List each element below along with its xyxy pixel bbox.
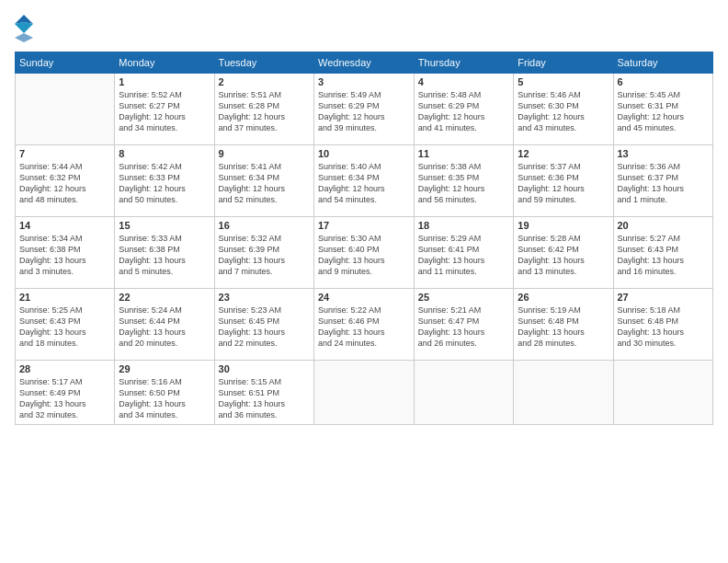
header [15,15,713,42]
day-number: 4 [418,76,510,87]
day-number: 30 [219,363,310,374]
day-info: Sunrise: 5:18 AM Sunset: 6:48 PM Dayligh… [618,304,710,350]
calendar-cell: 15Sunrise: 5:33 AM Sunset: 6:38 PM Dayli… [115,217,214,289]
day-number: 8 [119,148,210,159]
day-number: 21 [19,292,110,303]
day-info: Sunrise: 5:23 AM Sunset: 6:45 PM Dayligh… [219,304,310,350]
day-number: 15 [119,220,210,231]
calendar-cell: 27Sunrise: 5:18 AM Sunset: 6:48 PM Dayli… [613,289,713,361]
day-info: Sunrise: 5:46 AM Sunset: 6:30 PM Dayligh… [518,89,609,134]
calendar-cell: 20Sunrise: 5:27 AM Sunset: 6:43 PM Dayli… [613,217,713,289]
day-info: Sunrise: 5:21 AM Sunset: 6:47 PM Dayligh… [418,304,510,350]
calendar-cell: 16Sunrise: 5:32 AM Sunset: 6:39 PM Dayli… [214,217,313,289]
calendar-cell: 23Sunrise: 5:23 AM Sunset: 6:45 PM Dayli… [214,289,313,361]
svg-marker-1 [15,22,33,33]
calendar-week-2: 7Sunrise: 5:44 AM Sunset: 6:32 PM Daylig… [16,145,713,217]
day-info: Sunrise: 5:40 AM Sunset: 6:34 PM Dayligh… [318,161,410,206]
day-info: Sunrise: 5:41 AM Sunset: 6:34 PM Dayligh… [219,161,310,206]
day-info: Sunrise: 5:16 AM Sunset: 6:50 PM Dayligh… [119,376,210,421]
day-number: 11 [418,148,510,159]
calendar-cell: 7Sunrise: 5:44 AM Sunset: 6:32 PM Daylig… [16,145,115,217]
day-info: Sunrise: 5:45 AM Sunset: 6:31 PM Dayligh… [618,89,710,134]
day-number: 9 [219,148,310,159]
day-number: 28 [19,363,110,374]
svg-marker-2 [15,33,33,42]
day-number: 26 [518,292,609,303]
day-info: Sunrise: 5:36 AM Sunset: 6:37 PM Dayligh… [618,161,710,206]
day-info: Sunrise: 5:32 AM Sunset: 6:39 PM Dayligh… [219,233,310,278]
day-info: Sunrise: 5:28 AM Sunset: 6:42 PM Dayligh… [518,233,609,278]
calendar-cell [514,361,613,425]
calendar-cell: 6Sunrise: 5:45 AM Sunset: 6:31 PM Daylig… [613,74,713,145]
calendar-cell: 3Sunrise: 5:49 AM Sunset: 6:29 PM Daylig… [313,74,414,145]
day-info: Sunrise: 5:30 AM Sunset: 6:40 PM Dayligh… [318,233,410,278]
weekday-header-saturday: Saturday [613,52,713,74]
weekday-header-tuesday: Tuesday [214,52,313,74]
day-info: Sunrise: 5:27 AM Sunset: 6:43 PM Dayligh… [618,233,710,278]
calendar-cell: 1Sunrise: 5:52 AM Sunset: 6:27 PM Daylig… [115,74,214,145]
day-number: 5 [518,76,609,87]
day-number: 3 [318,76,410,87]
weekday-header-wednesday: Wednesday [313,52,414,74]
weekday-header-monday: Monday [115,52,214,74]
day-number: 6 [618,76,710,87]
day-number: 27 [618,292,710,303]
weekday-header-row: SundayMondayTuesdayWednesdayThursdayFrid… [16,52,713,74]
day-info: Sunrise: 5:15 AM Sunset: 6:51 PM Dayligh… [219,376,310,421]
day-info: Sunrise: 5:19 AM Sunset: 6:48 PM Dayligh… [518,304,609,350]
day-number: 7 [19,148,110,159]
calendar-cell: 30Sunrise: 5:15 AM Sunset: 6:51 PM Dayli… [214,361,313,425]
calendar-cell: 14Sunrise: 5:34 AM Sunset: 6:38 PM Dayli… [16,217,115,289]
calendar-cell: 28Sunrise: 5:17 AM Sunset: 6:49 PM Dayli… [16,361,115,425]
weekday-header-thursday: Thursday [414,52,514,74]
calendar-cell [613,361,713,425]
weekday-header-sunday: Sunday [16,52,115,74]
calendar-cell: 4Sunrise: 5:48 AM Sunset: 6:29 PM Daylig… [414,74,514,145]
calendar-cell: 25Sunrise: 5:21 AM Sunset: 6:47 PM Dayli… [414,289,514,361]
calendar-cell: 19Sunrise: 5:28 AM Sunset: 6:42 PM Dayli… [514,217,613,289]
day-info: Sunrise: 5:44 AM Sunset: 6:32 PM Dayligh… [19,161,110,206]
day-number: 1 [119,76,210,87]
day-info: Sunrise: 5:42 AM Sunset: 6:33 PM Dayligh… [119,161,210,206]
calendar-week-4: 21Sunrise: 5:25 AM Sunset: 6:43 PM Dayli… [16,289,713,361]
calendar-cell: 22Sunrise: 5:24 AM Sunset: 6:44 PM Dayli… [115,289,214,361]
day-info: Sunrise: 5:24 AM Sunset: 6:44 PM Dayligh… [119,304,210,350]
day-info: Sunrise: 5:25 AM Sunset: 6:43 PM Dayligh… [19,304,110,350]
day-info: Sunrise: 5:38 AM Sunset: 6:35 PM Dayligh… [418,161,510,206]
day-info: Sunrise: 5:51 AM Sunset: 6:28 PM Dayligh… [219,89,310,134]
day-info: Sunrise: 5:33 AM Sunset: 6:38 PM Dayligh… [119,233,210,278]
day-info: Sunrise: 5:22 AM Sunset: 6:46 PM Dayligh… [318,304,410,350]
day-number: 2 [219,76,310,87]
page: SundayMondayTuesdayWednesdayThursdayFrid… [0,0,728,563]
calendar-cell: 18Sunrise: 5:29 AM Sunset: 6:41 PM Dayli… [414,217,514,289]
calendar-week-5: 28Sunrise: 5:17 AM Sunset: 6:49 PM Dayli… [16,361,713,425]
day-number: 18 [418,220,510,231]
calendar-cell: 24Sunrise: 5:22 AM Sunset: 6:46 PM Dayli… [313,289,414,361]
calendar-cell [414,361,514,425]
day-info: Sunrise: 5:48 AM Sunset: 6:29 PM Dayligh… [418,89,510,134]
calendar-cell: 29Sunrise: 5:16 AM Sunset: 6:50 PM Dayli… [115,361,214,425]
day-info: Sunrise: 5:17 AM Sunset: 6:49 PM Dayligh… [19,376,110,421]
calendar-cell: 11Sunrise: 5:38 AM Sunset: 6:35 PM Dayli… [414,145,514,217]
calendar-week-1: 1Sunrise: 5:52 AM Sunset: 6:27 PM Daylig… [16,74,713,145]
calendar-week-3: 14Sunrise: 5:34 AM Sunset: 6:38 PM Dayli… [16,217,713,289]
day-number: 24 [318,292,410,303]
day-number: 29 [119,363,210,374]
calendar-cell: 9Sunrise: 5:41 AM Sunset: 6:34 PM Daylig… [214,145,313,217]
weekday-header-friday: Friday [514,52,613,74]
day-number: 20 [618,220,710,231]
logo [15,15,37,42]
calendar-cell: 21Sunrise: 5:25 AM Sunset: 6:43 PM Dayli… [16,289,115,361]
calendar-cell [313,361,414,425]
day-number: 25 [418,292,510,303]
calendar-cell: 12Sunrise: 5:37 AM Sunset: 6:36 PM Dayli… [514,145,613,217]
calendar-cell: 13Sunrise: 5:36 AM Sunset: 6:37 PM Dayli… [613,145,713,217]
calendar-cell: 17Sunrise: 5:30 AM Sunset: 6:40 PM Dayli… [313,217,414,289]
calendar-cell: 26Sunrise: 5:19 AM Sunset: 6:48 PM Dayli… [514,289,613,361]
calendar-cell: 5Sunrise: 5:46 AM Sunset: 6:30 PM Daylig… [514,74,613,145]
day-info: Sunrise: 5:49 AM Sunset: 6:29 PM Dayligh… [318,89,410,134]
day-info: Sunrise: 5:52 AM Sunset: 6:27 PM Dayligh… [119,89,210,134]
day-info: Sunrise: 5:34 AM Sunset: 6:38 PM Dayligh… [19,233,110,278]
day-number: 23 [219,292,310,303]
day-number: 10 [318,148,410,159]
